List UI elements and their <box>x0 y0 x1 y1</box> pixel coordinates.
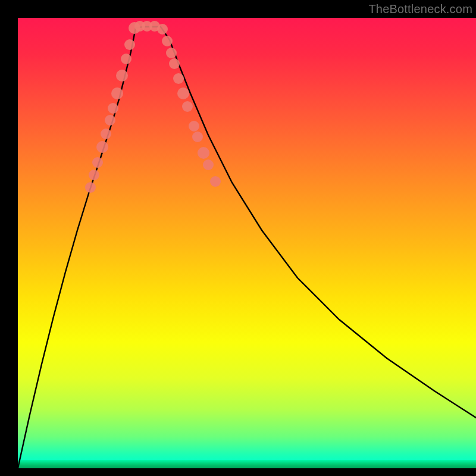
curve-dot <box>177 87 189 99</box>
curve-dot <box>111 87 123 99</box>
curve-dot <box>108 103 118 114</box>
watermark-text: TheBottleneck.com <box>368 2 472 16</box>
curve-dot <box>121 54 131 64</box>
curve-dot <box>198 147 209 159</box>
curve-dot <box>192 131 203 142</box>
curve-dot <box>166 48 177 58</box>
bottleneck-curve <box>18 27 476 468</box>
curve-dot <box>89 170 99 180</box>
curve-dot <box>169 58 180 69</box>
curve-dot <box>182 101 193 112</box>
curve-dot <box>162 36 173 46</box>
curve-dot <box>203 159 214 170</box>
curve-dot <box>157 24 168 35</box>
curve-dot <box>173 73 184 84</box>
curve-dot <box>116 70 128 82</box>
plot-area <box>18 18 476 468</box>
curve-dot <box>96 141 108 153</box>
curve-dot <box>101 129 111 139</box>
curve-dot <box>210 176 221 187</box>
chart-svg <box>18 18 476 468</box>
curve-dot <box>124 39 135 50</box>
curve-dot <box>189 121 199 131</box>
curve-dot <box>105 115 115 126</box>
curve-dot <box>85 182 96 193</box>
curve-dot <box>92 157 103 168</box>
chart-container: TheBottleneck.com <box>0 0 476 476</box>
